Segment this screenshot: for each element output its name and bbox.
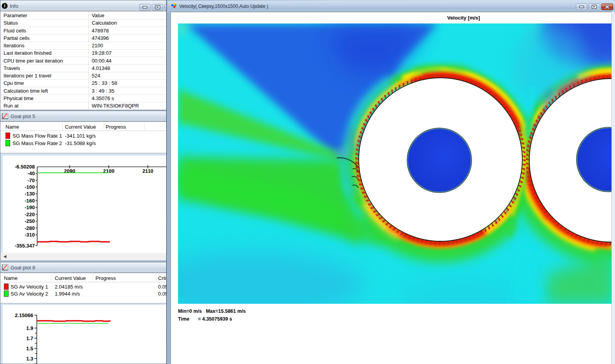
svg-text:-220: -220 <box>25 212 35 217</box>
svg-text:-130: -130 <box>25 191 35 197</box>
svg-text:i: i <box>4 3 5 9</box>
svg-text:2100: 2100 <box>103 168 115 174</box>
svg-text:-6.50208: -6.50208 <box>15 164 35 170</box>
svg-text:-40: -40 <box>27 170 35 176</box>
svg-text:1.7: 1.7 <box>26 335 33 341</box>
svg-text:1.9: 1.9 <box>26 325 33 331</box>
svg-text:-250: -250 <box>25 218 35 224</box>
svg-text:-355.347: -355.347 <box>15 243 35 249</box>
svg-text:-160: -160 <box>25 198 35 204</box>
svg-text:1.5: 1.5 <box>26 346 33 351</box>
svg-text:-70: -70 <box>27 178 35 183</box>
svg-text:1.3: 1.3 <box>26 356 33 362</box>
svg-text:-100: -100 <box>25 184 35 190</box>
svg-text:-190: -190 <box>25 204 35 210</box>
svg-text:2110: 2110 <box>142 168 153 174</box>
svg-text:2090: 2090 <box>64 168 76 174</box>
svg-text:-280: -280 <box>25 225 35 231</box>
svg-text:2.15066: 2.15066 <box>15 312 33 318</box>
svg-text:-310: -310 <box>25 232 35 238</box>
